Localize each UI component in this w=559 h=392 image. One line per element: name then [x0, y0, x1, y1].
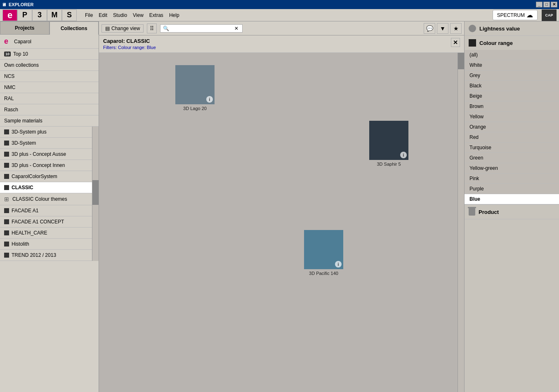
- sidebar-item-label-top10: Top 10: [13, 51, 28, 57]
- sidebar-item-label: CaparolColorSystem: [12, 174, 57, 179]
- filter-section-product: Product: [465, 205, 559, 219]
- swatch-3d-lago-20[interactable]: i 3D Lago 20: [175, 65, 215, 111]
- filter-item-orange[interactable]: Orange: [465, 122, 559, 132]
- filter-header-colour-range[interactable]: Colour range: [465, 36, 559, 50]
- content-header-text: Caparol: CLASSIC Filters: Colour range: …: [103, 38, 156, 50]
- sidebar-item-facade-a1-concept[interactable]: FACADE A1 CONCEPT: [0, 216, 92, 228]
- canvas-scrollbar-thumb[interactable]: [458, 53, 464, 69]
- search-input[interactable]: [171, 26, 233, 31]
- sidebar-item-ncs[interactable]: NCS: [0, 71, 99, 82]
- search-clear-icon[interactable]: ✕: [234, 26, 238, 31]
- logo-s: S: [62, 9, 77, 21]
- filter-item-green[interactable]: Green: [465, 153, 559, 163]
- swatch-box[interactable]: i: [369, 121, 408, 160]
- caparol-logo: CAP: [542, 9, 557, 21]
- swatch-box[interactable]: i: [175, 65, 215, 104]
- filter-item-white[interactable]: White: [465, 60, 559, 70]
- filter-item-turquoise[interactable]: Turquoise: [465, 143, 559, 153]
- sidebar-item-3d-system-plus[interactable]: 3D-System plus: [0, 127, 92, 138]
- filter-section-lightness: Lightness value: [465, 21, 559, 36]
- chat-button[interactable]: 💬: [424, 23, 435, 34]
- bookmark-button[interactable]: ★: [450, 23, 462, 34]
- sidebar-item-classic[interactable]: CLASSIC: [0, 182, 92, 193]
- menubar: e P 3 M S File Edit Studio View Extras H…: [0, 9, 559, 21]
- filter-item-red[interactable]: Red: [465, 132, 559, 143]
- tab-collections[interactable]: Collections: [50, 21, 99, 35]
- close-titlebar-button[interactable]: ✕: [551, 2, 557, 7]
- lightness-icon: [469, 25, 476, 32]
- filter-item-brown[interactable]: Brown: [465, 101, 559, 112]
- sidebar-item-label: TREND 2012 / 2013: [12, 252, 56, 258]
- sidebar-item-own-collections[interactable]: Own collections: [0, 60, 99, 71]
- filter-item-pink[interactable]: Pink: [465, 174, 559, 184]
- close-content-button[interactable]: ✕: [451, 38, 460, 47]
- filter-item-grey[interactable]: Grey: [465, 70, 559, 81]
- filter-item-purple[interactable]: Purple: [465, 184, 559, 194]
- sidebar-item-label: Own collections: [4, 62, 39, 68]
- menu-view[interactable]: View: [133, 12, 144, 18]
- collection-list: 3D-System plus 3D-System 3D plus - Conce…: [0, 127, 92, 261]
- sidebar-scrollbar[interactable]: [92, 127, 99, 261]
- filter-section-colour-range: Colour range (all) White Grey Black Beig…: [465, 36, 559, 205]
- swatch-3d-pacific-140[interactable]: i 3D Pacific 140: [304, 230, 343, 276]
- sidebar-item-ral[interactable]: RAL: [0, 93, 99, 104]
- minimize-button[interactable]: _: [536, 2, 542, 7]
- sidebar-item-rasch[interactable]: Rasch: [0, 104, 99, 115]
- filter-item-black[interactable]: Black: [465, 81, 559, 91]
- swatch-box[interactable]: i: [304, 230, 343, 269]
- sidebar-item-health-care[interactable]: HEALTH_CARE: [0, 228, 92, 239]
- menu-extras[interactable]: Extras: [149, 12, 163, 18]
- sidebar-item-3d-plus-ausse[interactable]: 3D plus - Concept Ausse: [0, 149, 92, 160]
- filter-item-all[interactable]: (all): [465, 50, 559, 60]
- titlebar-controls[interactable]: _ □ ✕: [536, 2, 557, 7]
- colour-range-icon: [469, 39, 476, 47]
- filter-item-yellow-green[interactable]: Yellow-green: [465, 163, 559, 174]
- canvas-scrollbar[interactable]: [458, 53, 464, 392]
- menu-file[interactable]: File: [85, 12, 93, 18]
- colour-range-label: Colour range: [479, 40, 513, 46]
- sidebar-item-nmc[interactable]: NMC: [0, 82, 99, 93]
- sidebar-item-classic-colour-themes[interactable]: ⊞ CLASSIC Colour themes: [0, 193, 92, 205]
- square-icon: [4, 141, 9, 146]
- maximize-button[interactable]: □: [543, 2, 550, 7]
- sidebar-item-top10[interactable]: 10 Top 10: [0, 49, 99, 60]
- sidebar-item-label-caparol: Caparol: [14, 39, 31, 45]
- swatch-info-icon[interactable]: i: [206, 96, 213, 103]
- sidebar-item-label: RAL: [4, 96, 14, 101]
- sidebar-item-label: 3D plus - Concept Innen: [12, 162, 65, 168]
- square-icon: [4, 152, 9, 157]
- filter-item-blue[interactable]: Blue: [465, 194, 559, 204]
- filter-button[interactable]: ▼: [437, 23, 448, 34]
- filter-header-lightness[interactable]: Lightness value: [465, 21, 559, 35]
- grid-button[interactable]: ⠿: [147, 23, 157, 33]
- sidebar-item-caparolcolorsystem[interactable]: CaparolColorSystem: [0, 171, 92, 182]
- tab-projects[interactable]: Projects: [0, 21, 50, 35]
- center-panel: ▤ Change view ⠿ 🔍 ✕ 💬 ▼ ★ Caparol: CLASS…: [99, 21, 464, 392]
- sidebar-item-sample-materials[interactable]: Sample materials: [0, 115, 99, 127]
- swatch-3d-saphir-5[interactable]: i 3D Saphir 5: [369, 121, 408, 167]
- sidebar-item-trend-2012-2013[interactable]: TREND 2012 / 2013: [0, 250, 92, 261]
- logo-3: 3: [32, 9, 47, 21]
- sidebar-item-label: Histolith: [12, 241, 29, 247]
- view-icon: ▤: [105, 26, 110, 31]
- sidebar-item-histolith[interactable]: Histolith: [0, 239, 92, 250]
- sidebar-item-3d-plus-innen[interactable]: 3D plus - Concept Innen: [0, 160, 92, 171]
- square-icon: [4, 219, 9, 224]
- change-view-button[interactable]: ▤ Change view: [101, 24, 144, 33]
- sidebar-scrollbar-thumb[interactable]: [92, 180, 99, 205]
- spectrum-area: SPECTRUM ☁ CAP: [493, 9, 557, 21]
- swatch-label: 3D Pacific 140: [309, 271, 338, 276]
- swatch-info-icon[interactable]: i: [335, 261, 342, 268]
- search-box: 🔍 ✕: [160, 24, 243, 33]
- filter-item-beige[interactable]: Beige: [465, 91, 559, 101]
- filter-header-product[interactable]: Product: [465, 205, 559, 219]
- sidebar-item-3d-system[interactable]: 3D-System: [0, 138, 92, 149]
- menu-studio[interactable]: Studio: [113, 12, 127, 18]
- swatch-info-icon[interactable]: i: [400, 152, 407, 158]
- menu-edit[interactable]: Edit: [99, 12, 107, 18]
- filter-item-yellow[interactable]: Yellow: [465, 112, 559, 122]
- sidebar-item-caparol[interactable]: e Caparol: [0, 35, 99, 49]
- sidebar-item-facade-a1[interactable]: FACADE A1: [0, 205, 92, 216]
- menu-help[interactable]: Help: [169, 12, 179, 18]
- spectrum-button[interactable]: SPECTRUM ☁: [493, 10, 538, 20]
